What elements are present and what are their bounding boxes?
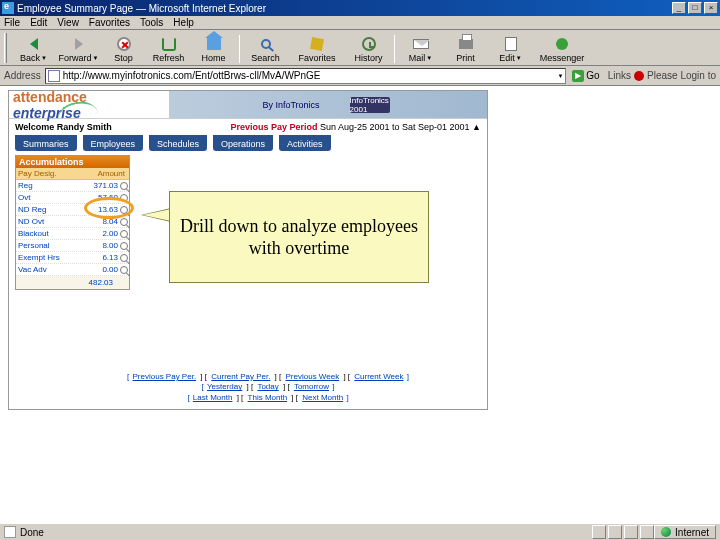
col-pay-desig: Pay Desig. [16,168,71,179]
accumulation-row[interactable]: Exempt Hrs6.13 [16,252,129,264]
pay-period-up-icon[interactable]: ▲ [472,122,481,132]
history-icon [362,37,376,51]
refresh-button[interactable]: Refresh [146,31,191,63]
back-arrow-icon [30,38,38,50]
address-input[interactable]: http://www.myinfotronics.com/Ent/ottBrws… [45,68,567,84]
history-button[interactable]: History [346,31,391,63]
minimize-button[interactable]: _ [672,2,686,14]
magnify-icon[interactable] [120,194,128,202]
mail-dropdown-icon[interactable]: ▼ [426,55,432,61]
status-cell [624,525,638,539]
accumulation-row[interactable]: Vac Adv0.00 [16,264,129,276]
accum-value: 8.00 [71,240,129,251]
toolbar: Back▼ Forward▼ Stop Refresh Home Search … [0,30,720,66]
tab-activities[interactable]: Activities [279,135,331,151]
accumulation-row[interactable]: Ovt57.60 [16,192,129,204]
footer-link[interactable]: Current Week [354,372,403,381]
links-label[interactable]: Links [608,70,631,81]
accumulation-row[interactable]: ND Reg13.63 [16,204,129,216]
login-link[interactable]: Please Login to [647,70,716,81]
tab-schedules[interactable]: Schedules [149,135,207,151]
footer-link[interactable]: Today [257,382,278,391]
menu-tools[interactable]: Tools [140,17,163,28]
mail-button[interactable]: Mail▼ [398,31,443,63]
search-button[interactable]: Search [243,31,288,63]
menu-file[interactable]: File [4,17,20,28]
back-dropdown-icon[interactable]: ▼ [41,55,47,61]
magnify-icon[interactable] [120,182,128,190]
footer-link[interactable]: Yesterday [207,382,242,391]
address-dropdown-icon[interactable]: ▼ [557,73,563,79]
brand-badge: InfoTronics 2001 [350,97,390,113]
menu-view[interactable]: View [57,17,79,28]
menu-edit[interactable]: Edit [30,17,47,28]
accum-value: 6.13 [71,252,129,263]
favorites-button[interactable]: Favorites [288,31,346,63]
messenger-button[interactable]: Messenger [533,31,591,63]
footer-link[interactable]: Next Month [302,393,343,402]
forward-dropdown-icon: ▼ [93,55,99,61]
footer-link[interactable]: This Month [248,393,288,402]
refresh-icon [162,37,176,51]
go-button[interactable]: ▶ Go [572,70,599,82]
window-title: Employee Summary Page — Microsoft Intern… [17,3,670,14]
accumulations-total: 482.03 [16,276,129,289]
accumulation-row[interactable]: Blackout2.00 [16,228,129,240]
accum-label: Personal [16,240,71,251]
globe-icon [661,527,671,537]
mail-label: Mail [409,53,426,63]
status-done: Done [20,527,44,538]
edit-dropdown-icon[interactable]: ▼ [516,55,522,61]
magnify-icon[interactable] [120,218,128,226]
toolbar-separator [239,35,240,63]
toolbar-grip [4,33,7,63]
menu-help[interactable]: Help [173,17,194,28]
footer-link[interactable]: Previous Week [286,372,340,381]
app-logo: attendanceenterprise [9,91,169,118]
menu-favorites[interactable]: Favorites [89,17,130,28]
tab-operations[interactable]: Operations [213,135,273,151]
status-doc-icon [4,526,16,538]
footer-link[interactable]: Previous Pay Per. [133,372,197,381]
footer-link[interactable]: Tomorrow [294,382,329,391]
accumulation-row[interactable]: Reg371.03 [16,180,129,192]
magnify-icon[interactable] [120,242,128,250]
print-icon [459,39,473,49]
print-button[interactable]: Print [443,31,488,63]
login-bullet-icon [634,71,644,81]
accum-value: 371.03 [71,180,129,191]
stop-button[interactable]: Stop [101,31,146,63]
accumulation-row[interactable]: ND Ovt8.04 [16,216,129,228]
accum-label: Exempt Hrs [16,252,71,263]
tab-employees[interactable]: Employees [83,135,144,151]
accum-label: ND Ovt [16,216,71,227]
footer-link[interactable]: Last Month [193,393,233,402]
messenger-label: Messenger [540,53,585,63]
forward-button: Forward▼ [56,31,101,63]
close-button[interactable]: × [704,2,718,14]
magnify-icon[interactable] [120,206,128,214]
magnify-icon[interactable] [120,254,128,262]
pay-period-label: Previous Pay Period [230,122,317,132]
accum-label: Blackout [16,228,71,239]
home-button[interactable]: Home [191,31,236,63]
pay-period-range: Sun Aug-25 2001 to Sat Sep-01 2001 [320,122,470,132]
accum-value: 0.00 [71,264,129,275]
footer-link[interactable]: Current Pay Per. [211,372,270,381]
tab-row: Summaries Employees Schedules Operations… [9,135,487,155]
tab-summaries[interactable]: Summaries [15,135,77,151]
magnify-icon[interactable] [120,230,128,238]
maximize-button[interactable]: □ [688,2,702,14]
search-label: Search [251,53,280,63]
back-button[interactable]: Back▼ [11,31,56,63]
accumulation-row[interactable]: Personal8.00 [16,240,129,252]
go-icon: ▶ [572,70,584,82]
accumulations-header: Accumulations [16,156,129,168]
magnify-icon[interactable] [120,266,128,274]
accum-label: Reg [16,180,71,191]
edit-button[interactable]: Edit▼ [488,31,533,63]
accum-value: 2.00 [71,228,129,239]
refresh-label: Refresh [153,53,185,63]
app-frame: attendanceenterprise By InfoTronics Info… [8,90,488,410]
mail-icon [413,39,429,49]
